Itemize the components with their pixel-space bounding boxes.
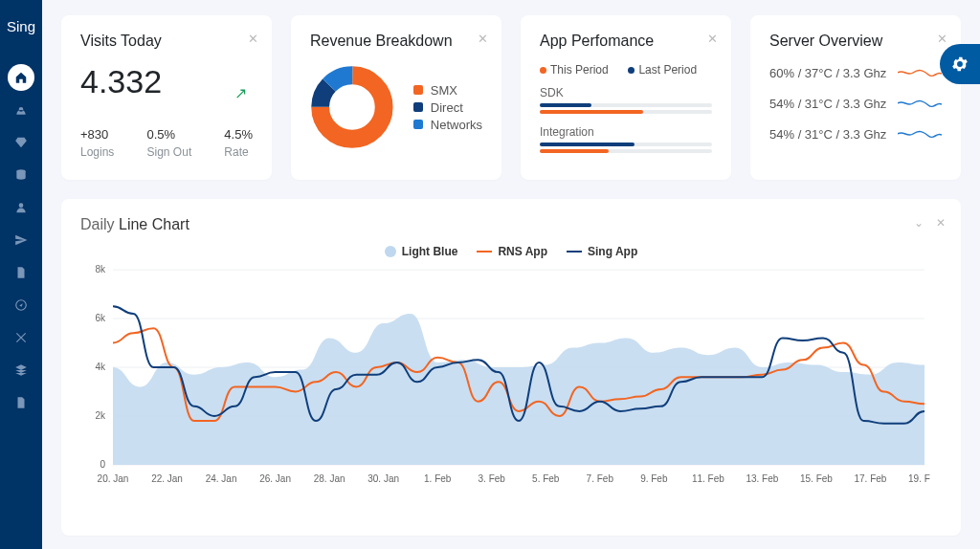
visits-card: ✕ Visits Today 4.332 ↗ +830Logins0.5%Sig… bbox=[61, 15, 272, 180]
svg-text:8k: 8k bbox=[95, 264, 106, 274]
svg-text:30. Jan: 30. Jan bbox=[368, 473, 399, 484]
svg-text:22. Jan: 22. Jan bbox=[151, 473, 183, 484]
compass-icon bbox=[14, 298, 28, 312]
legend-item[interactable]: Light Blue bbox=[385, 245, 458, 258]
users-icon bbox=[14, 103, 28, 117]
svg-text:24. Jan: 24. Jan bbox=[206, 473, 237, 484]
close-icon[interactable]: ✕ bbox=[478, 33, 488, 45]
svg-text:1. Feb: 1. Feb bbox=[424, 473, 452, 484]
sparkline bbox=[898, 65, 942, 80]
donut-chart bbox=[310, 63, 394, 151]
nav-user[interactable] bbox=[0, 191, 42, 224]
svg-text:15. Feb: 15. Feb bbox=[800, 473, 833, 484]
metric-value: +830 bbox=[80, 127, 114, 142]
nav-home[interactable] bbox=[0, 61, 42, 94]
nav-send[interactable] bbox=[0, 224, 42, 256]
svg-point-1 bbox=[19, 203, 24, 208]
svg-text:26. Jan: 26. Jan bbox=[259, 473, 291, 484]
svg-text:4k: 4k bbox=[95, 362, 106, 372]
server-row: 54% / 31°C / 3.3 Ghz bbox=[769, 96, 942, 111]
home-icon bbox=[14, 71, 28, 84]
visits-title: Visits Today bbox=[80, 33, 253, 50]
svg-text:11. Feb: 11. Feb bbox=[692, 473, 724, 484]
svg-text:7. Feb: 7. Feb bbox=[587, 473, 614, 484]
server-text: 54% / 31°C / 3.3 Ghz bbox=[769, 127, 886, 142]
metric-label: Rate bbox=[224, 145, 253, 159]
legend-item[interactable]: RNS App bbox=[477, 245, 547, 258]
nav-crosshair[interactable] bbox=[0, 321, 42, 354]
collapse-icon[interactable]: ⌄ bbox=[914, 216, 924, 230]
file-icon bbox=[14, 266, 28, 279]
server-row: 54% / 31°C / 3.3 Ghz bbox=[769, 126, 942, 142]
svg-text:5. Feb: 5. Feb bbox=[532, 473, 560, 484]
svg-text:0: 0 bbox=[100, 459, 105, 470]
nav-doc[interactable] bbox=[0, 386, 42, 419]
server-title: Server Overview bbox=[769, 33, 942, 50]
nav-layers[interactable] bbox=[0, 354, 42, 386]
nav-compass[interactable] bbox=[0, 289, 42, 321]
sidebar: Sing bbox=[0, 0, 42, 549]
server-card: ✕ Server Overview 60% / 37°C / 3.3 Ghz 5… bbox=[750, 15, 961, 180]
perf-bar-this bbox=[540, 110, 712, 114]
revenue-legend-item: Networks bbox=[413, 118, 482, 132]
svg-text:3. Feb: 3. Feb bbox=[479, 473, 506, 484]
close-icon[interactable]: ✕ bbox=[707, 33, 718, 45]
metric-value: 0.5% bbox=[147, 127, 192, 142]
gear-icon bbox=[950, 55, 969, 74]
doc-icon bbox=[14, 396, 28, 409]
metric-value: 4.5% bbox=[224, 127, 253, 142]
line-chart-legend: Light BlueRNS AppSing App bbox=[80, 245, 942, 258]
nav-users[interactable] bbox=[0, 94, 42, 126]
sparkline bbox=[898, 96, 942, 111]
sparkline bbox=[898, 126, 942, 142]
revenue-legend-item: Direct bbox=[413, 100, 482, 115]
svg-text:20. Jan: 20. Jan bbox=[98, 473, 129, 484]
perf-bar-last bbox=[540, 143, 712, 146]
performance-legend: This Period Last Period bbox=[540, 63, 712, 77]
svg-text:13. Feb: 13. Feb bbox=[746, 473, 778, 484]
server-row: 60% / 37°C / 3.3 Ghz bbox=[769, 65, 942, 80]
metric-label: Sign Out bbox=[147, 145, 192, 159]
nav-file[interactable] bbox=[0, 256, 42, 289]
revenue-title: Revenue Breakdown bbox=[310, 33, 482, 50]
svg-text:28. Jan: 28. Jan bbox=[314, 473, 345, 484]
svg-text:9. Feb: 9. Feb bbox=[640, 473, 668, 484]
nav-gem[interactable] bbox=[0, 126, 42, 159]
perf-group-label: SDK bbox=[540, 86, 712, 99]
database-icon bbox=[14, 168, 28, 182]
brand: Sing bbox=[7, 10, 35, 42]
line-chart-title: Daily Line Chart bbox=[80, 216, 942, 233]
legend-item[interactable]: Sing App bbox=[567, 245, 637, 258]
server-text: 60% / 37°C / 3.3 Ghz bbox=[769, 66, 886, 80]
revenue-legend-item: SMX bbox=[413, 83, 482, 98]
perf-bar-this bbox=[540, 149, 712, 153]
crosshair-icon bbox=[14, 331, 28, 344]
revenue-card: ✕ Revenue Breakdown SMXDirectNetworks bbox=[291, 15, 501, 180]
metric-label: Logins bbox=[80, 145, 114, 159]
perf-bar-last bbox=[540, 103, 712, 107]
server-text: 54% / 31°C / 3.3 Ghz bbox=[769, 97, 886, 111]
settings-tab[interactable] bbox=[940, 44, 980, 84]
svg-text:6k: 6k bbox=[95, 313, 106, 323]
performance-card: ✕ App Perfomance This Period Last Period… bbox=[521, 15, 731, 180]
close-icon[interactable]: ✕ bbox=[248, 33, 258, 45]
perf-group-label: Integration bbox=[540, 125, 712, 139]
main: ✕ Visits Today 4.332 ↗ +830Logins0.5%Sig… bbox=[42, 0, 980, 549]
close-icon[interactable]: ✕ bbox=[936, 216, 946, 230]
user-icon bbox=[14, 201, 28, 214]
svg-text:19. Feb: 19. Feb bbox=[908, 473, 930, 484]
line-chart-svg: 02k4k6k8k20. Jan22. Jan24. Jan26. Jan28.… bbox=[80, 264, 930, 486]
nav-db[interactable] bbox=[0, 159, 42, 191]
paper-plane-icon bbox=[14, 233, 28, 247]
svg-text:17. Feb: 17. Feb bbox=[855, 473, 887, 484]
performance-title: App Perfomance bbox=[540, 33, 712, 50]
layers-icon bbox=[14, 363, 28, 377]
svg-text:2k: 2k bbox=[95, 410, 106, 421]
trend-up-icon: ↗ bbox=[234, 84, 247, 102]
line-chart-card: ⌄ ✕ Daily Line Chart Light BlueRNS AppSi… bbox=[61, 199, 961, 536]
close-icon[interactable]: ✕ bbox=[937, 33, 947, 45]
visits-value: 4.332 bbox=[80, 63, 253, 100]
gem-icon bbox=[14, 136, 28, 149]
